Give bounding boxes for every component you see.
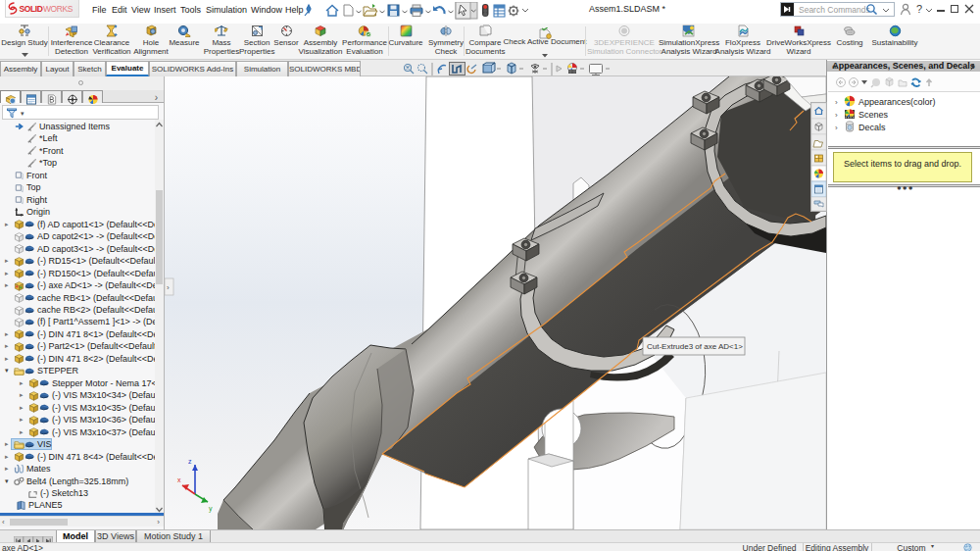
svg-text:WORKS: WORKS [43,4,74,14]
svg-text:x: x [177,476,181,483]
svg-text:Cut-Extrude3 of axe AD<1>: Cut-Extrude3 of axe AD<1> [647,342,743,351]
svg-text:z: z [188,458,192,465]
svg-text:y: y [209,505,213,513]
svg-text:›: › [167,283,170,292]
svg-text:SOLID: SOLID [20,4,43,14]
